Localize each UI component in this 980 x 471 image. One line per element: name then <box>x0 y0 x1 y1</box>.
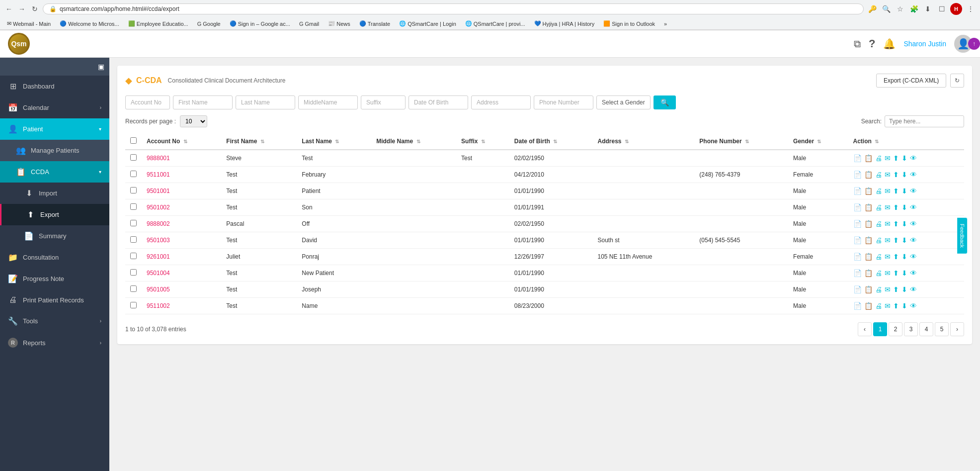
action-copy-icon[interactable]: 📋 <box>864 269 873 277</box>
row-checkbox[interactable] <box>130 236 137 243</box>
action-doc-icon[interactable]: 📄 <box>853 187 862 195</box>
user-name[interactable]: Sharon Justin <box>903 40 946 48</box>
action-print-icon[interactable]: 🖨 <box>875 171 882 179</box>
window-icon[interactable]: ☐ <box>936 3 947 14</box>
action-email-icon[interactable]: ✉ <box>885 203 891 211</box>
action-doc-icon[interactable]: 📄 <box>853 171 862 179</box>
row-checkbox[interactable] <box>130 285 137 292</box>
refresh-btn[interactable]: ↻ <box>950 74 964 88</box>
sidebar-item-calendar[interactable]: 📅 Calendar › <box>0 97 109 118</box>
page-btn-1[interactable]: 1 <box>873 322 887 336</box>
action-upload-icon[interactable]: ⬆ <box>893 285 899 293</box>
action-email-icon[interactable]: ✉ <box>885 285 891 293</box>
action-print-icon[interactable]: 🖨 <box>875 154 882 162</box>
account-no-link[interactable]: 9261001 <box>147 253 170 260</box>
action-copy-icon[interactable]: 📋 <box>864 285 873 293</box>
first-name-filter[interactable] <box>173 95 233 109</box>
row-checkbox[interactable] <box>130 187 137 193</box>
reload-btn[interactable]: ↻ <box>30 4 40 14</box>
action-doc-icon[interactable]: 📄 <box>853 203 862 211</box>
sidebar-item-print-patient-records[interactable]: 🖨 Print Patient Records <box>0 289 109 310</box>
action-upload-icon[interactable]: ⬆ <box>893 269 899 277</box>
action-view-icon[interactable]: 👁 <box>910 187 917 195</box>
action-upload-icon[interactable]: ⬆ <box>893 220 899 228</box>
bookmark-qsmartcare-login[interactable]: 🌐 QSmartCare | Login <box>396 19 459 28</box>
sidebar-item-consultation[interactable]: 📁 Consultation <box>0 247 109 268</box>
action-view-icon[interactable]: 👁 <box>910 236 917 244</box>
address-filter[interactable] <box>471 95 531 109</box>
action-download-icon[interactable]: ⬇ <box>901 285 907 293</box>
page-btn-3[interactable]: 3 <box>904 322 918 336</box>
row-checkbox[interactable] <box>130 171 137 177</box>
action-download-icon[interactable]: ⬇ <box>901 203 907 211</box>
account-no-link[interactable]: 9888002 <box>147 220 170 227</box>
select-all-checkbox[interactable] <box>130 137 137 144</box>
action-view-icon[interactable]: 👁 <box>910 253 917 261</box>
bookmark-employee[interactable]: 🟩 Employee Educatio... <box>125 19 191 28</box>
bookmark-gmail[interactable]: G Gmail <box>296 20 322 28</box>
action-email-icon[interactable]: ✉ <box>885 302 891 310</box>
scroll-top-btn[interactable]: ↑ <box>968 38 980 50</box>
row-checkbox[interactable] <box>130 269 137 276</box>
search-input[interactable] <box>885 115 964 127</box>
back-btn[interactable]: ← <box>4 4 14 14</box>
action-download-icon[interactable]: ⬇ <box>901 171 907 179</box>
action-view-icon[interactable]: 👁 <box>910 220 917 228</box>
action-download-icon[interactable]: ⬇ <box>901 269 907 277</box>
action-print-icon[interactable]: 🖨 <box>875 220 882 228</box>
action-print-icon[interactable]: 🖨 <box>875 187 882 195</box>
export-ccda-btn[interactable]: Export (C-CDA XML) <box>876 74 946 88</box>
action-copy-icon[interactable]: 📋 <box>864 187 873 195</box>
action-view-icon[interactable]: 👁 <box>910 154 917 162</box>
sidebar-item-ccda[interactable]: 📋 CCDA ▾ <box>0 161 109 183</box>
row-checkbox[interactable] <box>130 154 137 161</box>
sidebar-item-summary[interactable]: 📄 Summary <box>0 225 109 247</box>
records-per-page-select[interactable]: 10 25 50 100 <box>180 115 207 127</box>
sidebar-item-reports[interactable]: R Reports › <box>0 332 109 354</box>
search-btn[interactable]: 🔍 <box>653 95 676 109</box>
extension-icon[interactable]: 🧩 <box>908 3 919 14</box>
account-no-link[interactable]: 9511001 <box>147 171 170 178</box>
account-no-filter[interactable] <box>125 95 170 109</box>
action-upload-icon[interactable]: ⬆ <box>893 236 899 244</box>
page-btn-4[interactable]: 4 <box>919 322 933 336</box>
action-doc-icon[interactable]: 📄 <box>853 154 862 162</box>
last-name-filter[interactable] <box>236 95 295 109</box>
sidebar-item-import[interactable]: ⬇ Import <box>0 183 109 204</box>
key-icon[interactable]: 🔑 <box>867 3 878 14</box>
action-view-icon[interactable]: 👁 <box>910 203 917 211</box>
action-email-icon[interactable]: ✉ <box>885 187 891 195</box>
account-no-link[interactable]: 9501004 <box>147 270 170 277</box>
profile-icon[interactable]: H <box>950 3 962 15</box>
suffix-filter[interactable] <box>361 95 406 109</box>
action-copy-icon[interactable]: 📋 <box>864 154 873 162</box>
sidebar-collapse-btn[interactable]: ▣ <box>0 58 109 76</box>
action-email-icon[interactable]: ✉ <box>885 220 891 228</box>
prev-page-btn[interactable]: ‹ <box>858 322 872 336</box>
next-page-btn[interactable]: › <box>950 322 964 336</box>
action-email-icon[interactable]: ✉ <box>885 171 891 179</box>
sidebar-item-dashboard[interactable]: ⊞ Dashboard <box>0 76 109 97</box>
bookmark-hyjiya[interactable]: 💙 Hyjiya | HRA | History <box>531 19 598 28</box>
page-btn-5[interactable]: 5 <box>935 322 949 336</box>
page-btn-2[interactable]: 2 <box>889 322 902 336</box>
action-copy-icon[interactable]: 📋 <box>864 302 873 310</box>
action-doc-icon[interactable]: 📄 <box>853 302 862 310</box>
action-upload-icon[interactable]: ⬆ <box>893 203 899 211</box>
notification-bell-btn[interactable]: 🔔 <box>883 38 896 50</box>
action-doc-icon[interactable]: 📄 <box>853 253 862 261</box>
sidebar-item-tools[interactable]: 🔧 Tools › <box>0 310 109 332</box>
bookmark-signin-google[interactable]: 🔵 Sign in – Google ac... <box>227 19 293 28</box>
sidebar-item-progress-note[interactable]: 📝 Progress Note <box>0 268 109 289</box>
download-icon[interactable]: ⬇ <box>922 3 933 14</box>
row-checkbox[interactable] <box>130 302 137 308</box>
action-upload-icon[interactable]: ⬆ <box>893 253 899 261</box>
action-download-icon[interactable]: ⬇ <box>901 154 907 162</box>
action-copy-icon[interactable]: 📋 <box>864 253 873 261</box>
action-download-icon[interactable]: ⬇ <box>901 302 907 310</box>
action-download-icon[interactable]: ⬇ <box>901 220 907 228</box>
sidebar-item-manage-patients[interactable]: 👥 Manage Patients <box>0 140 109 161</box>
menu-icon[interactable]: ⋮ <box>965 3 976 14</box>
bookmark-webmail[interactable]: ✉ Webmail - Main <box>4 19 54 28</box>
sidebar-item-patient[interactable]: 👤 Patient ▾ <box>0 118 109 140</box>
